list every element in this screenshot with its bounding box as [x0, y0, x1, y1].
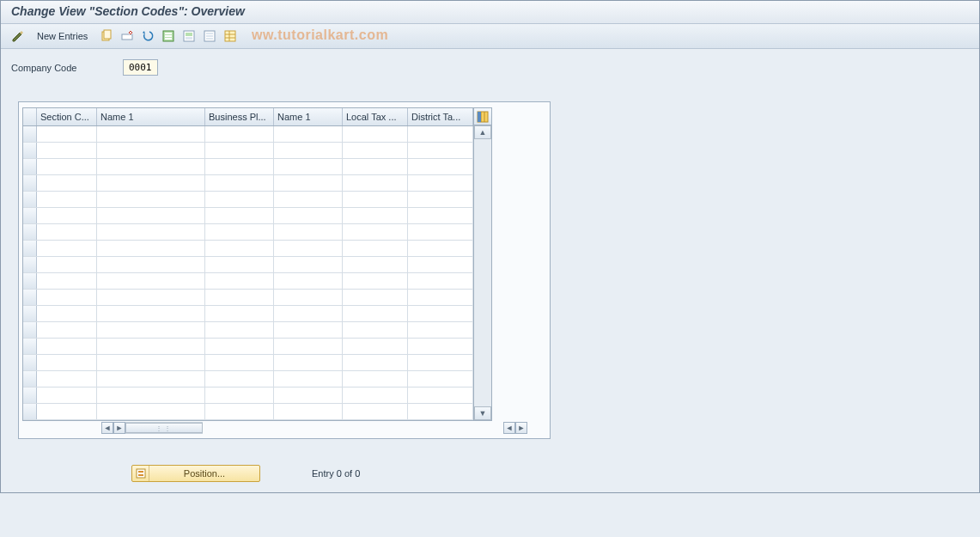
cell[interactable] — [274, 273, 343, 289]
table-row[interactable] — [23, 355, 473, 371]
cell[interactable] — [97, 355, 205, 370]
table-row[interactable] — [23, 159, 473, 175]
cell[interactable] — [37, 241, 97, 256]
cell[interactable] — [37, 175, 97, 191]
scroll-right-end-icon[interactable]: ► — [515, 422, 527, 434]
cell[interactable] — [205, 339, 274, 354]
table-row[interactable] — [23, 208, 473, 224]
delete-icon[interactable] — [119, 27, 136, 45]
table-row[interactable] — [23, 371, 473, 387]
edit-icon[interactable] — [9, 27, 27, 45]
cell[interactable] — [408, 404, 473, 419]
row-selector[interactable] — [23, 273, 37, 289]
cell[interactable] — [408, 355, 473, 370]
row-selector[interactable] — [23, 159, 37, 174]
col-header[interactable]: Local Tax ... — [343, 108, 408, 125]
cell[interactable] — [37, 273, 97, 289]
company-code-field[interactable]: 0001 — [123, 59, 158, 76]
cell[interactable] — [343, 387, 408, 403]
cell[interactable] — [343, 159, 408, 174]
cell[interactable] — [205, 273, 274, 289]
scroll-left-icon[interactable]: ◄ — [101, 422, 113, 434]
cell[interactable] — [343, 126, 408, 142]
table-row[interactable] — [23, 404, 473, 420]
table-row[interactable] — [23, 126, 473, 143]
scroll-right-icon[interactable]: ► — [113, 422, 125, 434]
copy-icon[interactable] — [98, 27, 115, 45]
position-button[interactable]: Position... — [131, 465, 260, 482]
cell[interactable] — [408, 306, 473, 321]
cell[interactable] — [343, 257, 408, 272]
cell[interactable] — [408, 241, 473, 256]
row-selector[interactable] — [23, 355, 37, 370]
select-block-icon[interactable] — [180, 27, 198, 45]
cell[interactable] — [97, 404, 205, 419]
cell[interactable] — [274, 371, 343, 387]
cell[interactable] — [343, 208, 408, 223]
cell[interactable] — [97, 339, 205, 354]
cell[interactable] — [274, 175, 343, 191]
row-selector[interactable] — [23, 306, 37, 321]
cell[interactable] — [274, 355, 343, 370]
cell[interactable] — [343, 224, 408, 240]
cell[interactable] — [205, 306, 274, 321]
row-selector[interactable] — [23, 143, 37, 158]
cell[interactable] — [343, 339, 408, 354]
cell[interactable] — [205, 208, 274, 223]
cell[interactable] — [274, 143, 343, 158]
cell[interactable] — [408, 143, 473, 158]
cell[interactable] — [343, 404, 408, 419]
cell[interactable] — [408, 371, 473, 387]
row-selector[interactable] — [23, 387, 37, 403]
table-row[interactable] — [23, 322, 473, 339]
scroll-left-end-icon[interactable]: ◄ — [503, 422, 515, 434]
cell[interactable] — [205, 355, 274, 370]
cell[interactable] — [408, 175, 473, 191]
cell[interactable] — [205, 371, 274, 387]
row-selector[interactable] — [23, 126, 37, 142]
cell[interactable] — [97, 192, 205, 207]
cell[interactable] — [343, 290, 408, 305]
cell[interactable] — [37, 257, 97, 272]
cell[interactable] — [343, 175, 408, 191]
cell[interactable] — [97, 371, 205, 387]
cell[interactable] — [37, 404, 97, 419]
cell[interactable] — [37, 290, 97, 305]
row-selector[interactable] — [23, 241, 37, 256]
cell[interactable] — [274, 192, 343, 207]
table-row[interactable] — [23, 192, 473, 208]
row-selector[interactable] — [23, 290, 37, 305]
row-selector-header[interactable] — [23, 108, 37, 125]
cell[interactable] — [408, 208, 473, 223]
cell[interactable] — [37, 126, 97, 142]
table-row[interactable] — [23, 143, 473, 159]
table-row[interactable] — [23, 175, 473, 192]
cell[interactable] — [37, 224, 97, 240]
cell[interactable] — [343, 355, 408, 370]
undo-icon[interactable] — [139, 27, 156, 45]
cell[interactable] — [408, 192, 473, 207]
cell[interactable] — [205, 192, 274, 207]
cell[interactable] — [37, 159, 97, 174]
cell[interactable] — [97, 175, 205, 191]
cell[interactable] — [205, 387, 274, 403]
cell[interactable] — [37, 387, 97, 403]
cell[interactable] — [37, 306, 97, 321]
table-row[interactable] — [23, 339, 473, 355]
cell[interactable] — [205, 322, 274, 338]
cell[interactable] — [408, 339, 473, 354]
cell[interactable] — [408, 273, 473, 289]
row-selector[interactable] — [23, 322, 37, 338]
cell[interactable] — [408, 322, 473, 338]
cell[interactable] — [205, 290, 274, 305]
cell[interactable] — [37, 339, 97, 354]
cell[interactable] — [408, 257, 473, 272]
cell[interactable] — [97, 224, 205, 240]
cell[interactable] — [37, 322, 97, 338]
row-selector[interactable] — [23, 257, 37, 272]
select-all-icon[interactable] — [160, 27, 177, 45]
table-row[interactable] — [23, 224, 473, 241]
cell[interactable] — [97, 322, 205, 338]
cell[interactable] — [408, 126, 473, 142]
col-header[interactable]: Name 1 — [274, 108, 343, 125]
